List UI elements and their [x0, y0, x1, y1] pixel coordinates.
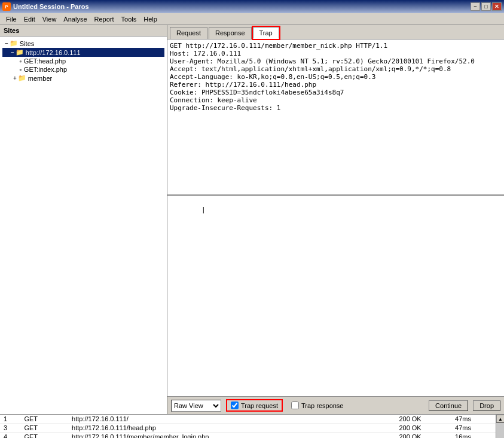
continue-button[interactable]: Continue — [429, 400, 468, 411]
tree-label-member: member — [28, 75, 52, 82]
window-controls: − □ ✕ — [471, 2, 502, 11]
tree-label-host: http://172.16.0.111 — [26, 49, 81, 56]
view-select[interactable]: Raw View Parsed View — [171, 400, 221, 412]
menu-bar: File Edit View Analyse Report Tools Help — [0, 13, 504, 25]
left-panel: Sites − 📁 Sites − 📁 http://172.16.0.111 … — [0, 25, 167, 414]
row-code — [382, 415, 396, 424]
menu-report[interactable]: Report — [91, 14, 118, 24]
tab-request[interactable]: Request — [170, 27, 207, 39]
menu-view[interactable]: View — [39, 14, 60, 24]
tree-toggle-sites[interactable]: − — [5, 40, 8, 47]
right-panel: Request Response Trap GET http://172.16.… — [167, 25, 504, 414]
menu-help[interactable]: Help — [140, 14, 161, 24]
row-num: 4 — [0, 433, 20, 439]
folder-icon-host: 📁 — [16, 48, 24, 56]
tab-bar: Request Response Trap — [167, 25, 504, 39]
menu-file[interactable]: File — [2, 14, 20, 24]
row-num: 1 — [0, 415, 20, 424]
row-url: http://172.16.0.111/ — [68, 415, 382, 424]
tree-item-index[interactable]: ● GET:index.php — [2, 65, 164, 74]
row-time: 47ms — [451, 415, 496, 424]
row-method: GET — [20, 433, 68, 439]
trap-response-label: Trap response — [301, 402, 344, 409]
table-row[interactable]: 4 GET http://172.16.0.111/member/member_… — [0, 433, 496, 439]
folder-icon: 📁 — [10, 39, 18, 47]
bottom-toolbar: Raw View Parsed View Trap request Trap r… — [167, 396, 504, 414]
cursor: | — [201, 206, 206, 214]
drop-button[interactable]: Drop — [473, 400, 500, 411]
row-status: 200 OK — [395, 424, 451, 433]
tree-item-sites[interactable]: − 📁 Sites — [2, 39, 164, 48]
close-button[interactable]: ✕ — [492, 2, 502, 11]
tab-trap[interactable]: Trap — [253, 27, 279, 39]
main-container: Sites − 📁 Sites − 📁 http://172.16.0.111 … — [0, 25, 504, 414]
trap-request-group: Trap request — [226, 399, 283, 412]
dot-icon-head: ● — [19, 59, 22, 64]
bottom-section: 1 GET http://172.16.0.111/ 200 OK 47ms 3… — [0, 414, 504, 438]
tree-label-head: GET:head.php — [24, 57, 66, 65]
title-bar: P Untitled Session - Paros − □ ✕ — [0, 0, 504, 13]
menu-tools[interactable]: Tools — [118, 14, 140, 24]
tree-item-host[interactable]: − 📁 http://172.16.0.111 — [2, 48, 164, 57]
app-icon: P — [2, 2, 11, 11]
tree-toggle-member[interactable]: + — [13, 75, 17, 81]
window-title: Untitled Session - Paros — [13, 3, 89, 10]
scroll-up-button[interactable]: ▲ — [496, 415, 504, 423]
request-display[interactable]: GET http://172.16.0.111/member/member_ni… — [167, 39, 504, 195]
trap-request-label: Trap request — [241, 402, 278, 409]
row-num: 3 — [0, 424, 20, 433]
menu-analyse[interactable]: Analyse — [60, 14, 90, 24]
maximize-button[interactable]: □ — [481, 2, 491, 11]
row-method: GET — [20, 415, 68, 424]
tree-toggle-host[interactable]: − — [11, 49, 14, 56]
row-time: 16ms — [451, 433, 496, 439]
sites-panel-header: Sites — [0, 25, 167, 36]
table-row[interactable]: 1 GET http://172.16.0.111/ 200 OK 47ms — [0, 415, 496, 424]
row-code — [382, 433, 396, 439]
row-status: 200 OK — [395, 433, 451, 439]
trap-request-checkbox[interactable] — [231, 402, 239, 409]
tree-label-index: GET:index.php — [24, 66, 67, 73]
row-time: 47ms — [451, 424, 496, 433]
row-status: 200 OK — [395, 415, 451, 424]
request-table-area: 1 GET http://172.16.0.111/ 200 OK 47ms 3… — [0, 415, 496, 438]
table-row[interactable]: 3 GET http://172.16.0.111/head.php 200 O… — [0, 424, 496, 433]
tab-response[interactable]: Response — [209, 27, 252, 39]
minimize-button[interactable]: − — [471, 2, 480, 11]
scrollbar-right[interactable]: ▲ ▼ — [496, 415, 504, 438]
table-body: 1 GET http://172.16.0.111/ 200 OK 47ms 3… — [0, 415, 496, 438]
trap-response-group: Trap response — [288, 400, 347, 410]
folder-icon-member: 📁 — [18, 74, 26, 82]
scroll-track — [496, 423, 504, 438]
trap-response-checkbox[interactable] — [291, 402, 299, 409]
tree-item-member[interactable]: + 📁 member — [2, 74, 164, 83]
row-url: http://172.16.0.111/head.php — [68, 424, 382, 433]
dot-icon-index: ● — [19, 67, 22, 72]
response-display[interactable]: | — [167, 196, 504, 396]
row-code — [382, 424, 396, 433]
row-url: http://172.16.0.111/member/member_login.… — [68, 433, 382, 439]
sites-tree: − 📁 Sites − 📁 http://172.16.0.111 ● GET:… — [0, 36, 167, 414]
row-method: GET — [20, 424, 68, 433]
tree-label-sites: Sites — [20, 40, 34, 47]
content-area: GET http://172.16.0.111/member/member_ni… — [167, 39, 504, 396]
menu-edit[interactable]: Edit — [20, 14, 39, 24]
tree-item-head[interactable]: ● GET:head.php — [2, 57, 164, 65]
request-table: 1 GET http://172.16.0.111/ 200 OK 47ms 3… — [0, 415, 496, 438]
